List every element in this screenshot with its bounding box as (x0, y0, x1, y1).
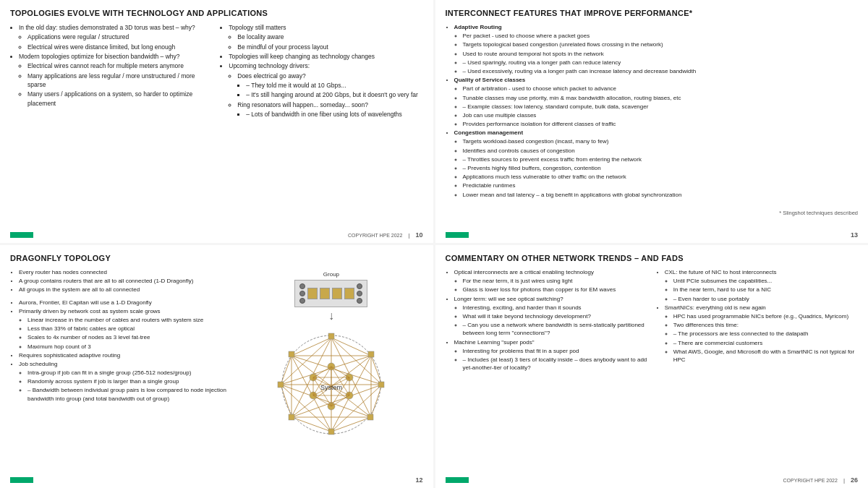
commentary-list1: Optical interconnects are a critical ena… (446, 268, 647, 372)
list-item: Linear increase in the number of cables … (27, 316, 234, 324)
list-item: SmartNICs: everything old is new again H… (665, 304, 858, 364)
list-item: Two differences this time: (673, 321, 858, 329)
dragonfly-area: Every router has nodes connected A group… (10, 268, 423, 446)
list-item: – Bandwidth between individual group pai… (27, 386, 234, 402)
commentary-col1: Optical interconnects are a critical ena… (446, 268, 647, 372)
svg-line-6 (292, 338, 331, 356)
list-item: Electrical wires were distance limited, … (27, 43, 213, 51)
topologies-col2: Topology still matters Be locality aware… (220, 23, 422, 119)
page-number: 13 (851, 231, 858, 239)
list-item: Optical interconnects are a critical ena… (454, 268, 647, 294)
footer-bar (10, 232, 33, 238)
list-item: – Can you use a network where bandwidth … (463, 321, 647, 337)
topologies-list2: Topology still matters Be locality aware… (220, 23, 422, 119)
arrow-down-icon: ↓ (328, 310, 334, 322)
list-item: Quality of Service classes Part of arbit… (454, 76, 859, 128)
list-item: Job can use multiple classes (463, 111, 859, 119)
list-item: Applications were regular / structured (27, 33, 213, 41)
topologies-list1: In the old day: studies demonstrated a 3… (10, 23, 213, 108)
list-item: – Includes (at least) 3 tiers of localit… (463, 356, 647, 372)
list-item: – The processors are less connected to t… (673, 330, 858, 338)
list-item: Aurora, Frontier, El Capitan will use a … (19, 299, 234, 307)
copyright-text: COPYRIGHT HPE 2022 (783, 478, 838, 483)
list-item: Electrical wires cannot reach for multip… (27, 61, 213, 70)
svg-rect-33 (328, 429, 334, 435)
topologies-footer: COPYRIGHT HPE 2022 | 10 (10, 231, 423, 239)
interconnect-list: Adaptive Routing Per packet - used to ch… (446, 23, 859, 200)
list-item: Maximum hop count of 3 (27, 343, 234, 351)
list-item: Used to route around temporal hot spots … (463, 50, 859, 58)
list-item: Interesting for problems that fit in a s… (463, 347, 647, 355)
dragonfly-list: Every router has nodes connected A group… (10, 268, 234, 294)
list-item: Adaptive Routing Per packet - used to ch… (454, 23, 859, 75)
list-item: Scales to 4x number of nodes as 3 level … (27, 333, 234, 341)
list-item: Lower mean and tail latency – a big bene… (463, 191, 859, 199)
list-item: Targets topological based congestion (un… (463, 40, 859, 48)
svg-line-11 (281, 356, 371, 385)
list-item: Topology still matters Be locality aware… (229, 23, 422, 51)
list-item: What AWS, Google, and Microsoft do with … (673, 348, 858, 364)
list-item: Targets workload-based congestion (incas… (463, 137, 859, 145)
list-item: Modern topologies optimize for bisection… (19, 52, 213, 108)
commentary-col2: CXL: the future of NIC to host interconn… (656, 268, 858, 372)
svg-text:System: System (320, 384, 342, 391)
topologies-panel: TOPOLOGIES EVOLVE WITH TECHNOLOGY AND AP… (0, 0, 433, 243)
dragonfly-text: Every router has nodes connected A group… (10, 268, 234, 446)
list-item: Topologies will keep changing as technol… (229, 52, 422, 61)
svg-rect-31 (378, 382, 384, 388)
svg-line-45 (331, 395, 349, 406)
list-item: Less than 33% of fabric cables are optic… (27, 325, 234, 333)
dragonfly-footer: 12 (10, 476, 423, 484)
system-diagram: System (270, 323, 393, 446)
footer-divider: 13 (851, 231, 858, 239)
list-item: – Throttles sources to prevent excess tr… (463, 155, 859, 163)
list-item: Many users / applications on a system, s… (27, 90, 213, 108)
svg-rect-34 (289, 414, 294, 420)
commentary-panel: COMMENTARY ON OTHER NETWORK TRENDS – AND… (435, 245, 869, 488)
list-item: Job scheduling Intra-group if job can fi… (19, 360, 234, 403)
list-item: Tunable classes may use priority, min & … (463, 94, 859, 102)
svg-line-18 (331, 417, 371, 432)
svg-rect-29 (328, 333, 334, 339)
list-item: Randomly across system if job is larger … (27, 377, 234, 385)
page-number: 12 (415, 476, 422, 484)
list-item: Part of arbitration - used to choose whi… (463, 85, 859, 93)
list-item: Many applications are less regular / mor… (27, 72, 213, 90)
list-item: A group contains routers that are all to… (19, 277, 234, 285)
list-item: For the near term, it is just wires usin… (463, 277, 647, 285)
interconnect-footer: 13 (446, 231, 859, 239)
footer-bar (10, 477, 33, 483)
dragonfly-title: DRAGONFLY TOPOLOGY (10, 254, 423, 262)
footer-divider: COPYRIGHT HPE 2022 | 26 (783, 476, 858, 484)
commentary-content: Optical interconnects are a critical ena… (446, 268, 859, 372)
page-number: 10 (415, 231, 422, 239)
list-item: Requires sophisticated adaptive routing (19, 351, 234, 359)
list-item: All groups in the system are all to all … (19, 286, 234, 294)
list-item: Identifies and controls causes of conges… (463, 147, 859, 155)
list-item: In the near term, hard to use for a NIC (673, 286, 858, 294)
svg-rect-36 (289, 351, 294, 357)
interconnect-panel: INTERCONNECT FEATURES THAT IMPROVE PERFO… (435, 0, 869, 243)
list-item: Be locality aware (237, 33, 422, 41)
footer-divider: COPYRIGHT HPE 2022 | 10 (348, 231, 422, 239)
list-item: Ring resonators will happen... someday..… (237, 100, 422, 119)
list-item: Primarily driven by network cost as syst… (19, 307, 234, 351)
dragonfly-panel: DRAGONFLY TOPOLOGY Every router has node… (0, 245, 433, 488)
list-item: Every router has nodes connected (19, 268, 234, 276)
list-item: In the old day: studies demonstrated a 3… (19, 23, 213, 51)
commentary-list2: CXL: the future of NIC to host interconn… (656, 268, 858, 364)
svg-line-17 (292, 356, 382, 385)
dragonfly-list2: Aurora, Frontier, El Capitan will use a … (10, 299, 234, 403)
commentary-footer: COPYRIGHT HPE 2022 | 26 (446, 476, 859, 484)
list-item: – Used excessively, routing via a longer… (463, 67, 859, 75)
svg-rect-32 (367, 414, 373, 420)
list-item: Intra-group if job can fit in a single g… (27, 369, 234, 377)
list-item: Glass is lower loss for photons than cop… (463, 286, 647, 294)
footer-bar (446, 477, 469, 483)
svg-line-0 (331, 338, 371, 356)
list-item: What will it take beyond technology deve… (463, 312, 647, 320)
footer-bar (446, 232, 469, 238)
dragonfly-diagram: Group (239, 268, 422, 446)
svg-line-27 (281, 356, 292, 385)
list-item: Predictable runtimes (463, 181, 859, 189)
